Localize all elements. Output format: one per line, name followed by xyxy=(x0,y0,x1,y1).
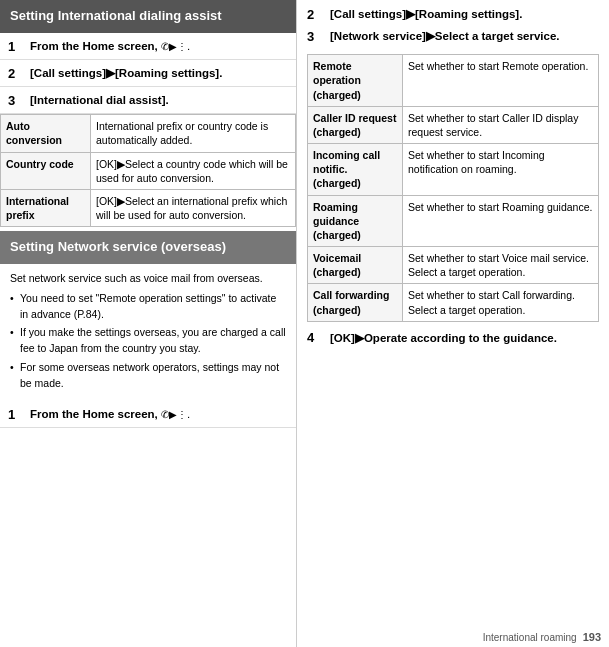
list-item: If you make the settings overseas, you a… xyxy=(10,325,286,357)
arrow-icon-1: ▶ xyxy=(169,40,177,54)
step4-number: 4 xyxy=(307,330,325,345)
menu-icon-2: ⋮ xyxy=(177,408,187,422)
left-step-2: 2 [Call settings]▶[Roaming settings]. xyxy=(0,60,296,87)
table-row: International prefix [OK]▶Select an inte… xyxy=(1,189,296,226)
phone-icon-2: ✆ xyxy=(161,408,169,422)
footer: International roaming 193 xyxy=(483,631,601,643)
table-cell-desc: Set whether to start Incoming notificati… xyxy=(403,144,599,196)
right-step3-number: 3 xyxy=(307,29,325,44)
dial-assist-table: Auto conversion International prefix or … xyxy=(0,114,296,227)
step3-number: 3 xyxy=(8,93,24,108)
network-service-table: Remote operation (charged) Set whether t… xyxy=(307,54,599,322)
table-row: Caller ID request (charged) Set whether … xyxy=(308,106,599,143)
table-cell-desc: Set whether to start Voice mail service.… xyxy=(403,247,599,284)
table-cell-desc: Set whether to start Remote operation. xyxy=(403,55,599,107)
left-column: Setting International dialing assist 1 F… xyxy=(0,0,297,647)
table-cell-label: International prefix xyxy=(1,189,91,226)
network-step-1: 1 From the Home screen, ✆▶⋮. xyxy=(0,401,296,428)
table-cell-label: Country code xyxy=(1,152,91,189)
phone-icon: ✆ xyxy=(161,40,169,54)
step1-number: 1 xyxy=(8,39,24,54)
table-row: Auto conversion International prefix or … xyxy=(1,115,296,152)
right-step-3: 3 [Network service]▶Select a target serv… xyxy=(307,28,599,44)
right-column: 2 [Call settings]▶[Roaming settings]. 3 … xyxy=(297,0,609,647)
menu-icon-1: ⋮ xyxy=(177,40,187,54)
table-cell-label: Voicemail (charged) xyxy=(308,247,403,284)
table-cell-label: Call forwarding (charged) xyxy=(308,284,403,321)
right-step-2: 2 [Call settings]▶[Roaming settings]. xyxy=(307,6,599,22)
section2-header: Setting Network service (overseas) xyxy=(0,231,296,264)
table-row: Voicemail (charged) Set whether to start… xyxy=(308,247,599,284)
step1-text: From the Home screen, ✆▶⋮. xyxy=(30,38,190,54)
table-row: Remote operation (charged) Set whether t… xyxy=(308,55,599,107)
table-cell-label: Remote operation (charged) xyxy=(308,55,403,107)
table-row: Roaming guidance (charged) Set whether t… xyxy=(308,195,599,247)
section1-header: Setting International dialing assist xyxy=(0,0,296,33)
right-step2-text: [Call settings]▶[Roaming settings]. xyxy=(330,6,522,22)
table-cell-desc: Set whether to start Call forwarding. Se… xyxy=(403,284,599,321)
network-body-text: Set network service such as voice mail f… xyxy=(10,272,263,284)
table-cell-label: Caller ID request (charged) xyxy=(308,106,403,143)
network-bullets: You need to set "Remote operation settin… xyxy=(10,291,286,392)
left-step-1: 1 From the Home screen, ✆▶⋮. xyxy=(0,33,296,60)
table-row: Incoming call notific. (charged) Set whe… xyxy=(308,144,599,196)
left-step-3: 3 [International dial assist]. xyxy=(0,87,296,114)
network-body: Set network service such as voice mail f… xyxy=(0,264,296,401)
table-cell-desc: [OK]▶Select a country code which will be… xyxy=(91,152,296,189)
table-cell-label: Incoming call notific. (charged) xyxy=(308,144,403,196)
table-cell-desc: Set whether to start Caller ID display r… xyxy=(403,106,599,143)
right-step3-text: [Network service]▶Select a target servic… xyxy=(330,28,560,44)
step2-text: [Call settings]▶[Roaming settings]. xyxy=(30,65,222,81)
right-step2-number: 2 xyxy=(307,7,325,22)
network-step1-text: From the Home screen, ✆▶⋮. xyxy=(30,406,190,422)
network-step1-number: 1 xyxy=(8,407,24,422)
step-4: 4 [OK]▶Operate according to the guidance… xyxy=(297,322,609,354)
step3-text: [International dial assist]. xyxy=(30,92,169,108)
section2-title: Setting Network service (overseas) xyxy=(10,239,226,254)
table-row: Call forwarding (charged) Set whether to… xyxy=(308,284,599,321)
section1-title: Setting International dialing assist xyxy=(10,8,222,23)
list-item: You need to set "Remote operation settin… xyxy=(10,291,286,323)
footer-label: International roaming xyxy=(483,632,577,643)
table-cell-desc: [OK]▶Select an international prefix whic… xyxy=(91,189,296,226)
step4-text: [OK]▶Operate according to the guidance. xyxy=(330,330,557,346)
list-item: For some overseas network operators, set… xyxy=(10,360,286,392)
table-row: Country code [OK]▶Select a country code … xyxy=(1,152,296,189)
right-steps-container: 2 [Call settings]▶[Roaming settings]. 3 … xyxy=(297,0,609,54)
table-cell-desc: Set whether to start Roaming guidance. xyxy=(403,195,599,247)
table-cell-label: Roaming guidance (charged) xyxy=(308,195,403,247)
arrow-icon-2: ▶ xyxy=(169,408,177,422)
step2-number: 2 xyxy=(8,66,24,81)
table-cell-label: Auto conversion xyxy=(1,115,91,152)
table-cell-desc: International prefix or country code is … xyxy=(91,115,296,152)
page-number: 193 xyxy=(583,631,601,643)
